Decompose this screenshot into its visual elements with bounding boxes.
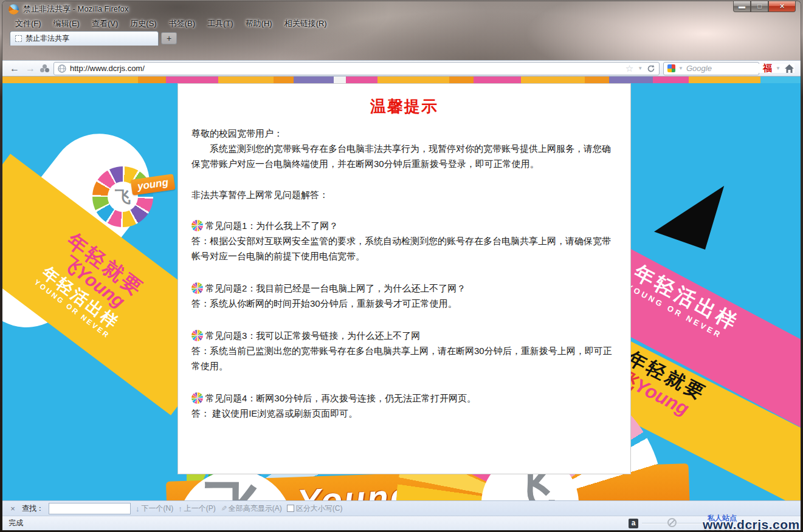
faq-answer: 答： 建议使用IE浏览器或刷新页面即可。	[191, 406, 617, 421]
back-button[interactable]: ←	[9, 63, 21, 75]
faq-question: 常见问题3：我可以正常拨号链接，为什么还上不了网	[191, 328, 617, 343]
new-tab-button[interactable]: +	[161, 32, 177, 44]
zoom-slider-knob[interactable]	[667, 518, 677, 527]
pinwheel-bullet-icon	[191, 282, 203, 294]
urlbar-buttons: ☆ ▼	[626, 64, 655, 73]
fu-dropdown-icon[interactable]: ▼	[776, 66, 781, 71]
match-case-checkbox[interactable]	[287, 505, 294, 512]
extension-icon[interactable]	[40, 64, 50, 73]
watermark-url-text: www.dcrjs.com	[703, 517, 800, 530]
notice-greeting: 尊敬的校园宽带用户：	[191, 126, 617, 141]
faq-question: 常见问题2：我目前已经是一台电脑上网了，为什么还上不了网？	[191, 281, 617, 296]
tab-strip: 禁止非法共享 +	[2, 30, 801, 46]
faq-item: 常见问题2：我目前已经是一台电脑上网了，为什么还上不了网？ 答：系统从你断网的时…	[191, 281, 617, 311]
window-controls: ▬ □ ✕	[733, 1, 796, 12]
faq-question: 常见问题4：断网30分钟后，再次拨号连接，仍无法正常打开网页。	[191, 390, 617, 406]
google-icon	[667, 64, 675, 72]
navigation-toolbar: ← → ☆ ▼ ▼	[2, 60, 801, 77]
window-title: 禁止非法共享 - Mozilla Firefox	[23, 4, 128, 15]
url-input[interactable]	[70, 64, 622, 73]
find-prev-button[interactable]: ↑ 上一个(P)	[178, 503, 216, 514]
close-button[interactable]: ✕	[768, 1, 796, 12]
menu-related-links[interactable]: 相关链接(R)	[279, 17, 333, 30]
menu-file[interactable]: 文件(F)	[10, 17, 47, 30]
home-icon[interactable]	[784, 64, 794, 73]
find-next-button[interactable]: ↓ 下一个(N)	[136, 503, 173, 514]
fu-addon-button[interactable]: 福	[763, 63, 772, 74]
menu-edit[interactable]: 编辑(E)	[48, 17, 85, 30]
up-arrow-icon: ↑	[178, 504, 182, 513]
faq-item: 常见问题1：为什么我上不了网？ 答：根据公安部对互联网安全监管的要求，系统自动检…	[191, 218, 617, 264]
menu-tools[interactable]: 工具(T)	[202, 17, 239, 30]
find-input[interactable]	[49, 503, 131, 514]
faq-item: 常见问题4：断网30分钟后，再次拨号连接，仍无法正常打开网页。 答： 建议使用I…	[191, 390, 617, 421]
firefox-icon	[9, 4, 19, 15]
find-bar: × 查找： ↓ 下一个(N) ↑ 上一个(P) ✎ 全部高亮显示(A) 区分大小…	[2, 500, 801, 516]
menu-help[interactable]: 帮助(H)	[240, 17, 278, 30]
down-arrow-icon: ↓	[136, 504, 140, 513]
url-bar[interactable]: ☆ ▼	[53, 62, 660, 75]
faq-answer: 答：系统当前已监测出您的宽带账号存在多台电脑共享上网，请在断网30分钟后，重新拨…	[191, 343, 617, 373]
reload-icon[interactable]	[647, 64, 655, 73]
match-case-option[interactable]: 区分大小写(C)	[287, 503, 343, 514]
bookmark-star-icon[interactable]: ☆	[626, 64, 633, 73]
faq-answer: 答：系统从你断网的时间开始30分钟后，重新拨号才可正常使用。	[191, 296, 617, 311]
menu-bookmarks[interactable]: 书签(B)	[164, 17, 201, 30]
menu-history[interactable]: 历史(S)	[125, 17, 162, 30]
menu-bar: 文件(F) 编辑(E) 查看(V) 历史(S) 书签(B) 工具(T) 帮助(H…	[2, 17, 801, 30]
find-label: 查找：	[22, 503, 44, 514]
status-bar: 完成 a 私人站点 www.dcrjs.com	[2, 516, 801, 530]
faq-heading: 非法共享暂停上网常见问题解答：	[191, 187, 617, 202]
highlighter-icon: ✎	[219, 505, 228, 511]
forward-button[interactable]: →	[24, 63, 36, 75]
menu-view[interactable]: 查看(V)	[86, 17, 123, 30]
pinwheel-bullet-icon	[191, 330, 203, 341]
top-color-band	[2, 77, 801, 83]
titlebar[interactable]: 禁止非法共享 - Mozilla Firefox ▬ □ ✕	[2, 1, 801, 17]
faq-question: 常见问题1：为什么我上不了网？	[191, 218, 617, 233]
pinwheel-bullet-icon	[191, 392, 203, 404]
search-box[interactable]: ▼	[663, 62, 759, 75]
black-triangle-shape	[654, 186, 727, 250]
minimize-button[interactable]: ▬	[733, 1, 751, 12]
font-zoom-icon[interactable]: a	[629, 519, 638, 528]
search-engine-dropdown-icon[interactable]: ▼	[678, 66, 683, 71]
browser-window: 禁止非法共享 - Mozilla Firefox ▬ □ ✕ 文件(F) 编辑(…	[2, 1, 801, 530]
pinwheel-bullet-icon	[191, 220, 203, 231]
tab-favicon-placeholder	[15, 35, 22, 42]
highlight-all-button[interactable]: ✎ 全部高亮显示(A)	[221, 503, 282, 514]
urlbar-dropdown-icon[interactable]: ▼	[638, 66, 643, 71]
page-content: 飞 young 年轻就要 飞Young 年轻活出样 YOUNG OR NEVER…	[2, 77, 801, 500]
window-chrome: 禁止非法共享 - Mozilla Firefox ▬ □ ✕ 文件(F) 编辑(…	[2, 1, 801, 60]
faq-item: 常见问题3：我可以正常拨号链接，为什么还上不了网 答：系统当前已监测出您的宽带账…	[191, 328, 617, 373]
notice-panel: 温馨提示 尊敬的校园宽带用户： 系统监测到您的宽带账号存在多台电脑非法共享行为，…	[177, 83, 631, 474]
maximize-button[interactable]: □	[751, 1, 768, 12]
notice-title: 温馨提示	[191, 96, 617, 117]
status-text: 完成	[9, 518, 23, 528]
faq-answer: 答：根据公安部对互联网安全监管的要求，系统自动检测到您的账号存在多台电脑共享上网…	[191, 233, 617, 264]
tab-label: 禁止非法共享	[26, 33, 69, 44]
tab-active[interactable]: 禁止非法共享	[10, 31, 159, 46]
find-close-icon[interactable]: ×	[9, 504, 17, 513]
notice-intro: 系统监测到您的宽带账号存在多台电脑非法共享行为，现暂停对你的宽带账号提供上网服务…	[191, 141, 617, 171]
globe-icon	[58, 64, 66, 73]
